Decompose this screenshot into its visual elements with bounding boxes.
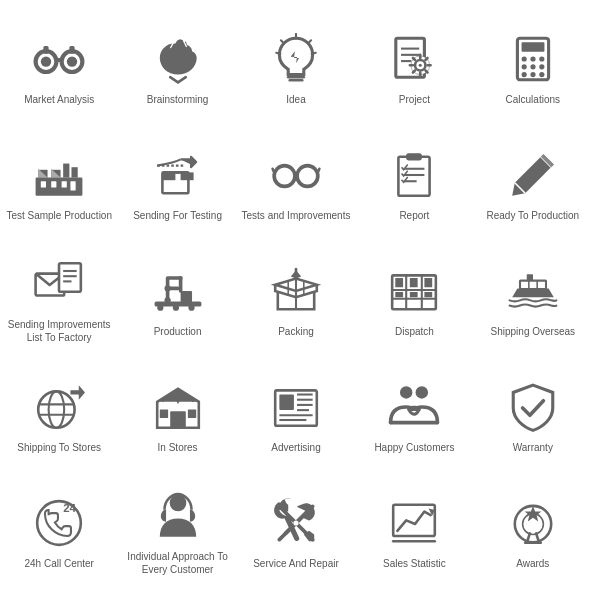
icon-grid: Market Analysis Brainstorming xyxy=(0,0,592,600)
in-stores-icon xyxy=(150,379,206,435)
svg-rect-88 xyxy=(396,278,404,287)
icon-cell-sending-testing: Sending For Testing xyxy=(118,126,236,242)
svg-rect-27 xyxy=(521,42,544,51)
ready-production-icon xyxy=(505,147,561,203)
svg-rect-42 xyxy=(63,163,69,177)
sales-label: Sales Statistic xyxy=(383,557,446,570)
svg-rect-68 xyxy=(157,304,163,310)
advertising-label: Advertising xyxy=(271,441,320,454)
svg-point-52 xyxy=(274,165,295,186)
advertising-icon xyxy=(268,379,324,435)
svg-point-74 xyxy=(178,275,182,279)
icon-cell-test-sample: Test Sample Production xyxy=(0,126,118,242)
happy-customers-icon xyxy=(386,379,442,435)
svg-point-30 xyxy=(539,56,544,61)
report-icon xyxy=(386,147,442,203)
svg-rect-3 xyxy=(44,46,49,54)
shipping-stores-icon xyxy=(31,379,87,435)
svg-point-32 xyxy=(530,64,535,69)
svg-rect-119 xyxy=(394,504,436,535)
svg-point-53 xyxy=(297,165,318,186)
test-sample-icon xyxy=(31,147,87,203)
svg-text:24: 24 xyxy=(63,501,76,513)
24h-label: 24h Call Center xyxy=(24,557,93,570)
icon-cell-happy-customers: Happy Customers xyxy=(355,358,473,474)
icon-cell-sales: Sales Statistic xyxy=(355,474,473,590)
svg-line-18 xyxy=(308,40,311,43)
svg-point-96 xyxy=(49,391,65,427)
calculations-icon xyxy=(505,31,561,87)
production-icon xyxy=(150,263,206,319)
svg-rect-100 xyxy=(159,409,167,417)
packing-icon xyxy=(268,263,324,319)
icon-cell-ready-production: Ready To Production xyxy=(474,126,592,242)
icon-cell-service: Service And Repair xyxy=(237,474,355,590)
svg-point-118 xyxy=(293,520,298,525)
shipping-overseas-label: Shipping Overseas xyxy=(491,325,576,338)
icon-cell-advertising: Advertising xyxy=(237,358,355,474)
market-analysis-label: Market Analysis xyxy=(24,93,94,106)
brainstorming-label: Brainstorming xyxy=(147,93,209,106)
svg-rect-45 xyxy=(51,181,56,187)
report-label: Report xyxy=(399,209,429,222)
happy-customers-label: Happy Customers xyxy=(374,441,454,454)
svg-line-15 xyxy=(276,52,280,53)
icon-cell-shipping-overseas: Shipping Overseas xyxy=(474,242,592,358)
idea-label: Idea xyxy=(286,93,305,106)
sales-icon xyxy=(386,495,442,551)
svg-rect-71 xyxy=(180,291,191,302)
svg-rect-87 xyxy=(425,292,433,297)
production-label: Production xyxy=(154,325,202,338)
icon-cell-production: Production xyxy=(118,242,236,358)
svg-line-55 xyxy=(273,168,275,172)
icon-cell-idea: Idea xyxy=(237,10,355,126)
icon-cell-awards: Awards xyxy=(474,474,592,590)
awards-label: Awards xyxy=(516,557,549,570)
svg-rect-86 xyxy=(410,292,418,297)
icon-cell-shipping-stores: Shipping To Stores xyxy=(0,358,118,474)
individual-icon xyxy=(150,488,206,544)
sending-testing-label: Sending For Testing xyxy=(133,209,222,222)
icon-cell-report: Report xyxy=(355,126,473,242)
idea-icon xyxy=(268,31,324,87)
svg-line-17 xyxy=(281,40,284,43)
individual-label: Individual Approach To Every Customer xyxy=(122,550,232,576)
svg-line-10 xyxy=(169,38,170,43)
svg-rect-47 xyxy=(71,181,76,190)
sending-testing-icon xyxy=(150,147,206,203)
brainstorming-icon xyxy=(150,31,206,87)
icon-cell-packing: Packing xyxy=(237,242,355,358)
svg-point-33 xyxy=(539,64,544,69)
svg-marker-79 xyxy=(291,270,301,278)
svg-rect-94 xyxy=(527,274,533,281)
svg-point-34 xyxy=(521,72,526,77)
icon-cell-dispatch: Dispatch xyxy=(355,242,473,358)
svg-rect-2 xyxy=(56,57,63,61)
warranty-icon xyxy=(505,379,561,435)
svg-point-29 xyxy=(530,56,535,61)
test-sample-label: Test Sample Production xyxy=(6,209,112,222)
in-stores-label: In Stores xyxy=(158,441,198,454)
icon-cell-brainstorming: Brainstorming xyxy=(118,10,236,126)
svg-point-5 xyxy=(41,56,51,66)
icon-cell-in-stores: In Stores xyxy=(118,358,236,474)
project-label: Project xyxy=(399,93,430,106)
icon-cell-24h: 24 24h Call Center xyxy=(0,474,118,590)
svg-rect-103 xyxy=(279,394,294,410)
svg-point-31 xyxy=(521,64,526,69)
svg-rect-99 xyxy=(170,411,186,428)
svg-rect-90 xyxy=(425,278,433,287)
svg-point-95 xyxy=(38,391,74,427)
warranty-label: Warranty xyxy=(513,441,553,454)
icon-cell-calculations: Calculations xyxy=(474,10,592,126)
svg-rect-4 xyxy=(70,46,75,54)
svg-point-25 xyxy=(419,63,422,66)
svg-point-73 xyxy=(164,285,170,291)
svg-point-111 xyxy=(416,386,428,398)
svg-rect-70 xyxy=(188,304,194,310)
icon-cell-individual: Individual Approach To Every Customer xyxy=(118,474,236,590)
svg-rect-63 xyxy=(59,263,81,292)
svg-line-56 xyxy=(318,168,320,172)
icon-cell-tests-improvements: Tests and Improvements xyxy=(237,126,355,242)
market-analysis-icon xyxy=(31,31,87,87)
